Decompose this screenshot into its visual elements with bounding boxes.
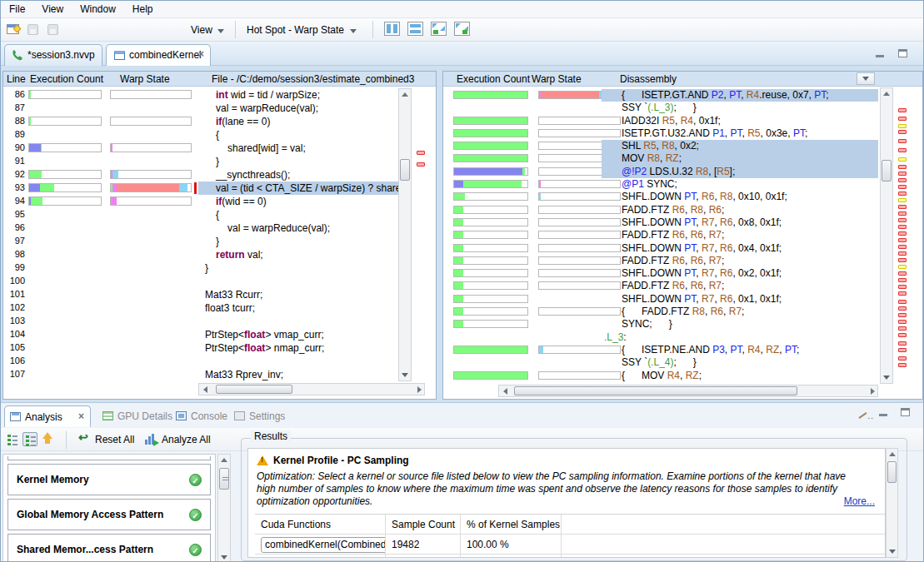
analysis-item[interactable]: Kernel Memory✓ <box>7 464 211 495</box>
overview-marker[interactable] <box>898 198 907 202</box>
disassembly-row[interactable]: { MOV R4, RZ; <box>443 370 878 382</box>
analysis-item[interactable]: Shared Memor...cess Pattern✓ <box>7 534 211 562</box>
overview-marker[interactable] <box>898 285 907 289</box>
disassembly-row[interactable]: FADD.FTZ R6, R6, R7; <box>443 229 878 241</box>
results-scroll-thumb[interactable] <box>887 461 897 483</box>
disassembly-row[interactable]: SHFL.DOWN PT, R7, R6, 0x2, 0x1f; <box>443 267 878 280</box>
source-line-row[interactable]: 86int wid = tid / warpSize; <box>3 88 397 102</box>
overview-marker[interactable] <box>898 341 907 346</box>
disassembly-vscrollbar[interactable] <box>880 87 893 384</box>
expand-list-button[interactable] <box>22 432 37 446</box>
scroll-up-icon[interactable] <box>402 92 408 97</box>
overview-marker[interactable] <box>898 348 907 352</box>
overview-marker[interactable] <box>898 225 907 229</box>
scroll-up-icon[interactable] <box>883 92 890 96</box>
reset-all-button[interactable]: Reset All <box>95 434 134 445</box>
overview-marker[interactable] <box>898 326 907 331</box>
disassembly-row[interactable]: ISETP.GT.U32.AND P1, PT, R5, 0x3e, PT; <box>443 127 878 140</box>
overview-marker[interactable] <box>898 238 907 242</box>
save-all-button[interactable] <box>46 22 62 38</box>
overview-marker[interactable] <box>898 306 907 311</box>
overview-marker[interactable] <box>898 117 907 121</box>
source-line-row[interactable]: 102float3 tcurr; <box>3 301 397 315</box>
source-line-row[interactable]: 99} <box>3 261 397 275</box>
minimize-button[interactable] <box>874 49 887 59</box>
scroll-right-icon[interactable] <box>871 388 875 395</box>
disassembly-row[interactable]: @P1 SYNC; <box>443 178 878 191</box>
overview-marker[interactable] <box>898 231 907 236</box>
tab-settings[interactable]: Settings <box>229 405 284 427</box>
overview-marker[interactable] <box>898 333 907 337</box>
table-header-cell[interactable]: % of Kernel Samples <box>461 515 562 535</box>
overview-marker[interactable] <box>898 205 907 209</box>
overview-marker[interactable] <box>898 130 907 134</box>
overview-marker[interactable] <box>898 108 907 112</box>
overview-marker[interactable] <box>898 271 907 276</box>
overview-marker[interactable] <box>898 139 907 143</box>
scroll-right-icon[interactable] <box>417 386 422 393</box>
overview-marker[interactable] <box>898 191 907 196</box>
source-line-row[interactable]: 90shared[wid] = val; <box>3 142 397 155</box>
source-vscrollbar[interactable] <box>398 88 412 381</box>
overview-marker[interactable] <box>898 218 907 222</box>
overview-marker[interactable] <box>898 320 907 324</box>
overview-marker[interactable] <box>417 151 425 155</box>
view-menu-button[interactable]: .. <box>857 410 869 421</box>
source-line-row[interactable]: 107Mat33 Rprev_inv; <box>3 368 397 381</box>
source-line-row[interactable]: 95{ <box>3 208 397 221</box>
disassembly-menu-button[interactable] <box>857 72 875 85</box>
up-arrow-button[interactable] <box>41 431 54 446</box>
close-icon[interactable]: × <box>198 48 204 60</box>
source-line-row[interactable]: 105PtrStep<float> nmap_curr; <box>3 341 397 355</box>
scroll-down-icon[interactable] <box>883 375 890 380</box>
overview-marker[interactable] <box>898 313 907 317</box>
maximize-source-button[interactable] <box>431 22 447 36</box>
table-header-cell[interactable]: Cuda Functions <box>255 515 386 535</box>
overview-marker[interactable] <box>898 300 907 304</box>
overview-marker[interactable] <box>898 278 907 282</box>
tab-combined-kernel[interactable]: combinedKernel × <box>106 44 211 66</box>
disassembly-hscrollbar[interactable] <box>498 385 878 397</box>
scroll-down-icon[interactable] <box>221 555 227 560</box>
disassembly-row[interactable]: @!P2 LDS.U.32 R8, [R5]; <box>443 166 878 178</box>
disassembly-row[interactable]: FADD.FTZ R6, R6, R7; <box>443 255 878 267</box>
maximize-disassembly-button[interactable] <box>454 22 470 36</box>
source-line-row[interactable]: 97} <box>3 235 397 248</box>
disassembly-row[interactable]: SSY `(.L_4); } <box>443 356 878 369</box>
scroll-left-icon[interactable] <box>203 386 207 393</box>
overview-marker[interactable] <box>898 265 907 269</box>
overview-marker[interactable] <box>898 356 907 361</box>
overview-marker[interactable] <box>898 165 907 169</box>
tab-session3[interactable]: *session3.nvvp <box>4 44 102 66</box>
disassembly-row[interactable]: SSY `(.L_3); } <box>443 102 878 114</box>
more-link[interactable]: More... <box>844 495 875 507</box>
overview-marker[interactable] <box>898 185 907 189</box>
disassembly-row[interactable]: { ISETP.GT.AND P2, PT, R4.reuse, 0x7, PT… <box>443 89 878 102</box>
menu-item-help[interactable]: Help <box>124 1 162 15</box>
analysis-item[interactable]: Global Memory Access Pattern✓ <box>7 499 211 530</box>
disassembly-row[interactable]: SHFL.DOWN PT, R6, R8, 0x10, 0x1f; <box>443 191 878 203</box>
overview-marker[interactable] <box>898 178 907 182</box>
scroll-left-icon[interactable] <box>503 388 507 395</box>
source-line-row[interactable]: 98return val; <box>3 248 397 261</box>
disassembly-row[interactable]: SHL R5, R8, 0x2; <box>443 140 878 152</box>
overview-marker[interactable] <box>898 291 907 296</box>
menu-item-view[interactable]: View <box>33 1 72 15</box>
overview-marker[interactable] <box>898 172 907 176</box>
overview-marker[interactable] <box>898 258 907 262</box>
source-vscroll-thumb[interactable] <box>400 159 410 181</box>
source-line-row[interactable]: 100 <box>3 275 397 288</box>
disassembly-vscroll-thumb[interactable] <box>882 160 892 182</box>
tab-gpu-details[interactable]: GPU Details <box>97 405 169 427</box>
collapse-list-button[interactable] <box>5 432 20 446</box>
scroll-down-icon[interactable] <box>889 550 896 554</box>
source-line-row[interactable]: 96val = warpReduce(val); <box>3 221 397 235</box>
maximize-panel-button[interactable] <box>899 408 912 418</box>
source-line-row[interactable]: 91} <box>3 155 397 168</box>
table-row[interactable]: combinedKernel(Combined)19482100.00 % <box>255 535 885 555</box>
scroll-up-icon[interactable] <box>889 452 896 456</box>
results-scrollbar[interactable] <box>886 448 898 558</box>
analyze-all-button[interactable]: Analyze All <box>162 434 211 445</box>
source-line-row[interactable]: 106 <box>3 355 397 368</box>
overview-marker[interactable] <box>898 251 907 256</box>
